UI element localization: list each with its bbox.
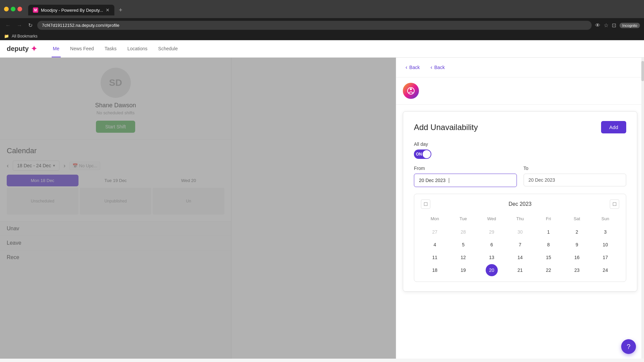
cal-day-2-4[interactable]: 15 (542, 251, 554, 263)
cal-day-0-2[interactable]: 29 (486, 226, 498, 238)
all-day-toggle[interactable]: ON (414, 149, 431, 159)
back-nav-button[interactable]: ← (4, 21, 12, 30)
calendar-picker-next[interactable]: ☐ (610, 199, 619, 209)
cal-day-1-1[interactable]: 5 (457, 239, 469, 251)
cal-day-3-4[interactable]: 22 (542, 264, 554, 276)
nav-item-newsfeed[interactable]: News Feed (69, 41, 95, 57)
tab-close-icon[interactable]: ✕ (106, 7, 110, 13)
weekday-tue: Tue (449, 214, 477, 223)
cal-day-1-2[interactable]: 6 (486, 239, 498, 251)
toggle-on-label: ON (415, 152, 422, 157)
add-unavailability-button[interactable]: Add (601, 121, 626, 133)
calendar-weekdays: Mon Tue Wed Thu Fri Sat Sun (421, 214, 619, 223)
calendar-days-grid: 2728293012345678910111213141516171819202… (421, 226, 619, 276)
reader-mode-icon[interactable]: 👁 (595, 22, 600, 28)
incognito-badge: Incognito (620, 23, 640, 28)
calendar-picker-prev[interactable]: ☐ (421, 199, 430, 209)
date-range-fields: From 20 Dec 2023 | To 20 Dec 2023 (414, 166, 626, 187)
cal-day-3-5[interactable]: 23 (571, 264, 583, 276)
cal-day-0-5[interactable]: 2 (571, 226, 583, 238)
active-tab[interactable]: M Moodjoy - Powered By Deputy... ✕ (28, 5, 114, 15)
to-date-input[interactable]: 20 Dec 2023 (524, 174, 627, 186)
cal-day-3-3[interactable]: 21 (514, 264, 526, 276)
cal-day-1-6[interactable]: 10 (599, 239, 611, 251)
all-day-label: All day (414, 141, 626, 147)
svg-point-1 (410, 88, 412, 90)
weekday-thu: Thu (506, 214, 534, 223)
cal-day-1-0[interactable]: 4 (429, 239, 441, 251)
cursor-icon: | (448, 177, 449, 183)
help-button[interactable]: ? (621, 339, 636, 354)
from-label: From (414, 166, 517, 171)
logo-star-icon: ✦ (31, 45, 37, 53)
back-button-1-label: Back (409, 65, 420, 70)
tab-title: Moodjoy - Powered By Deputy... (41, 8, 103, 13)
modal-header: Add Unavailability Add (414, 121, 626, 133)
cal-day-0-3[interactable]: 30 (514, 226, 526, 238)
cal-day-0-6[interactable]: 3 (599, 226, 611, 238)
date-picker-calendar: ☐ Dec 2023 ☐ Mon Tue Wed Thu Fri Sat Sun (414, 194, 626, 282)
nav-item-locations[interactable]: Locations (126, 41, 149, 57)
add-unavailability-modal: Add Unavailability Add All day ON (403, 111, 637, 292)
calendar-picker-header: ☐ Dec 2023 ☐ (421, 199, 619, 209)
from-date-input[interactable]: 20 Dec 2023 | (414, 174, 517, 187)
from-field: From 20 Dec 2023 | (414, 166, 517, 187)
forward-nav-button[interactable]: → (15, 21, 23, 30)
cal-day-2-2[interactable]: 13 (486, 251, 498, 263)
weekday-mon: Mon (421, 214, 449, 223)
back-arrow-icon-1: ‹ (406, 64, 407, 70)
deputy-circle-logo (403, 83, 419, 99)
new-tab-button[interactable]: + (116, 5, 125, 15)
toggle-knob (423, 150, 431, 158)
bookmarks-label[interactable]: All Bookmarks (12, 34, 38, 39)
nav-item-tasks[interactable]: Tasks (103, 41, 118, 57)
back-arrow-icon-2: ‹ (430, 64, 432, 70)
tab-favicon: M (33, 7, 38, 13)
cal-day-3-6[interactable]: 24 (599, 264, 611, 276)
bookmarks-folder-icon: 📁 (4, 34, 9, 39)
maximize-button[interactable] (11, 7, 15, 11)
cal-day-2-0[interactable]: 11 (429, 251, 441, 263)
cal-day-2-1[interactable]: 12 (457, 251, 469, 263)
calendar-month-label: Dec 2023 (508, 201, 532, 207)
scrollbar-thumb[interactable] (641, 61, 644, 81)
weekday-wed: Wed (478, 214, 505, 223)
cal-day-3-1[interactable]: 19 (457, 264, 469, 276)
main-content: SD Shane Dawson No scheduled shifts Star… (0, 58, 644, 359)
to-date-value: 20 Dec 2023 (529, 177, 555, 183)
cal-day-1-3[interactable]: 7 (514, 239, 526, 251)
close-button[interactable] (17, 7, 22, 11)
bookmark-icon[interactable]: ☆ (604, 22, 608, 28)
from-date-value: 20 Dec 2023 (419, 178, 445, 183)
cal-day-3-2[interactable]: 20 (486, 264, 498, 276)
weekday-fri: Fri (535, 214, 562, 223)
nav-item-me[interactable]: Me (52, 41, 61, 57)
deputy-logo: deputy ✦ (7, 45, 37, 53)
address-bar-icons: 👁 ☆ ⊡ Incognito (595, 22, 640, 28)
to-field: To 20 Dec 2023 (524, 166, 627, 187)
to-label: To (524, 166, 627, 171)
sidebar-icon[interactable]: ⊡ (612, 22, 616, 28)
scrollbar[interactable] (641, 58, 644, 359)
address-bar-input[interactable] (37, 21, 592, 30)
weekday-sat: Sat (563, 214, 591, 223)
cal-day-0-4[interactable]: 1 (542, 226, 554, 238)
logo-text: deputy (7, 45, 29, 53)
cal-day-3-0[interactable]: 18 (429, 264, 441, 276)
back-button-2-label: Back (434, 65, 445, 70)
modal-title: Add Unavailability (414, 123, 478, 132)
all-day-toggle-row: ON (414, 149, 626, 159)
nav-item-schedule[interactable]: Schedule (157, 41, 179, 57)
back-button-2[interactable]: ‹ Back (428, 63, 447, 72)
cal-day-1-4[interactable]: 8 (542, 239, 554, 251)
minimize-button[interactable] (4, 7, 9, 11)
reload-button[interactable]: ↻ (27, 21, 34, 30)
cal-day-0-0[interactable]: 27 (429, 226, 441, 238)
cal-day-0-1[interactable]: 28 (457, 226, 469, 238)
cal-day-2-6[interactable]: 17 (599, 251, 611, 263)
cal-day-1-5[interactable]: 9 (571, 239, 583, 251)
cal-day-2-3[interactable]: 14 (514, 251, 526, 263)
cal-day-2-5[interactable]: 16 (571, 251, 583, 263)
panel-logo-area (396, 77, 644, 105)
back-button-1[interactable]: ‹ Back (403, 63, 422, 72)
